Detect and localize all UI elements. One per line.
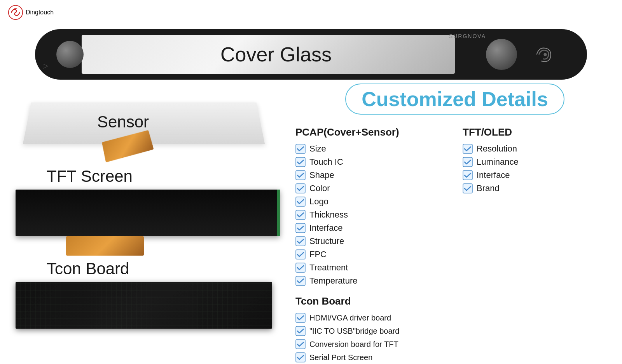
list-item: Shape bbox=[295, 170, 447, 180]
list-item: Conversion board for TFT bbox=[295, 339, 447, 349]
check-icon bbox=[463, 183, 473, 193]
circle-right bbox=[486, 39, 517, 70]
brand-text: SURGNOVA bbox=[449, 33, 486, 39]
list-item: Interface bbox=[463, 170, 614, 180]
list-item: Thickness bbox=[295, 210, 447, 220]
fpc-sensor bbox=[102, 130, 154, 162]
check-icon bbox=[295, 223, 306, 233]
item-label: Touch IC bbox=[309, 157, 343, 167]
check-icon bbox=[463, 170, 473, 180]
pcap-checklist: Size Touch IC Shape Color Logo Thickness… bbox=[295, 144, 447, 286]
nfc-icon bbox=[535, 44, 556, 65]
list-item: Color bbox=[295, 183, 447, 193]
check-icon bbox=[295, 352, 306, 362]
tcon-checklist: HDMI/VGA driver board "IIC TO USB"bridge… bbox=[295, 313, 447, 362]
cover-glass-section: ▷ SURGNOVA Cover Glass bbox=[0, 23, 622, 85]
customized-title: Customized Details bbox=[295, 84, 614, 115]
tcon-circuits bbox=[16, 282, 272, 329]
tft-header: TFT/OLED bbox=[463, 126, 614, 138]
check-icon bbox=[295, 326, 306, 336]
item-label: Resolution bbox=[477, 144, 517, 154]
item-label: "IIC TO USB"bridge board bbox=[309, 327, 399, 336]
check-icon bbox=[295, 210, 306, 220]
check-icon bbox=[295, 249, 306, 260]
item-label: Conversion board for TFT bbox=[309, 340, 398, 349]
check-icon bbox=[295, 144, 306, 154]
check-icon bbox=[295, 157, 306, 167]
check-icon bbox=[295, 313, 306, 323]
customized-title-text: Customized Details bbox=[362, 88, 548, 110]
tft-checklist: Resolution Luminance Interface Brand bbox=[463, 144, 614, 193]
item-label: Shape bbox=[309, 170, 334, 180]
item-label: Luminance bbox=[477, 157, 519, 167]
pcap-column: PCAP(Cover+Sensor) Size Touch IC Shape C… bbox=[295, 126, 447, 364]
tcon-board-header: Tcon Board bbox=[295, 295, 447, 307]
list-item: Logo bbox=[295, 197, 447, 207]
check-icon bbox=[295, 339, 306, 349]
item-label: Temperature bbox=[309, 276, 358, 286]
item-label: Interface bbox=[309, 223, 343, 233]
item-label: Treatment bbox=[309, 263, 348, 273]
item-label: Structure bbox=[309, 236, 344, 246]
tcon-plate bbox=[16, 282, 272, 329]
list-item: Luminance bbox=[463, 157, 614, 167]
item-label: Color bbox=[309, 183, 330, 193]
item-label: Logo bbox=[309, 197, 328, 207]
check-icon bbox=[295, 276, 306, 286]
list-item: Touch IC bbox=[295, 157, 447, 167]
check-icon bbox=[295, 197, 306, 207]
tcon-board-bottom: Tcon Board HDMI/VGA driver board "IIC TO… bbox=[295, 295, 447, 362]
sensor-layer: Sensor bbox=[12, 101, 292, 144]
item-label: Thickness bbox=[309, 210, 348, 220]
layers-section: Sensor TFT Screen Tcon Board bbox=[12, 85, 292, 329]
logo: Dingtouch bbox=[8, 5, 54, 20]
check-icon bbox=[295, 236, 306, 246]
check-icon bbox=[295, 263, 306, 273]
sensor-label: Sensor bbox=[97, 113, 149, 131]
list-item: Treatment bbox=[295, 263, 447, 273]
check-icon bbox=[463, 144, 473, 154]
tcon-section: Tcon Board bbox=[12, 260, 292, 329]
item-label: Serial Port Screen bbox=[309, 353, 372, 362]
list-item: Temperature bbox=[295, 276, 447, 286]
tft-column: TFT/OLED Resolution Luminance Interface … bbox=[463, 126, 614, 364]
svg-point-1 bbox=[543, 53, 547, 56]
tft-section: TFT Screen bbox=[12, 167, 292, 236]
item-label: Size bbox=[309, 144, 326, 154]
list-item: Resolution bbox=[463, 144, 614, 154]
item-label: FPC bbox=[309, 249, 327, 260]
list-item: "IIC TO USB"bridge board bbox=[295, 326, 447, 336]
tft-plate bbox=[16, 190, 280, 236]
list-item: Brand bbox=[463, 183, 614, 193]
list-item: HDMI/VGA driver board bbox=[295, 313, 447, 323]
triangle-icon: ▷ bbox=[43, 61, 48, 70]
item-label: Interface bbox=[477, 170, 510, 180]
list-item: Interface bbox=[295, 223, 447, 233]
tcon-label: Tcon Board bbox=[47, 260, 292, 278]
fpc-tft bbox=[66, 236, 144, 256]
pcap-header: PCAP(Cover+Sensor) bbox=[295, 126, 447, 138]
cover-glass-label: Cover Glass bbox=[220, 43, 332, 66]
check-icon bbox=[295, 170, 306, 180]
circle-left bbox=[56, 41, 84, 68]
logo-text: Dingtouch bbox=[26, 9, 54, 16]
customized-oval: Customized Details bbox=[345, 84, 564, 115]
cover-glass-bar: ▷ SURGNOVA Cover Glass bbox=[35, 29, 587, 80]
item-label: Brand bbox=[477, 183, 500, 193]
list-item: Size bbox=[295, 144, 447, 154]
check-icon bbox=[295, 183, 306, 193]
check-icon bbox=[463, 157, 473, 167]
details-columns: PCAP(Cover+Sensor) Size Touch IC Shape C… bbox=[295, 126, 614, 364]
list-item: Serial Port Screen bbox=[295, 352, 447, 362]
list-item: FPC bbox=[295, 249, 447, 260]
logo-icon bbox=[8, 5, 23, 20]
details-section: Customized Details PCAP(Cover+Sensor) Si… bbox=[295, 84, 614, 364]
tft-label: TFT Screen bbox=[47, 167, 292, 186]
item-label: HDMI/VGA driver board bbox=[309, 313, 391, 322]
list-item: Structure bbox=[295, 236, 447, 246]
